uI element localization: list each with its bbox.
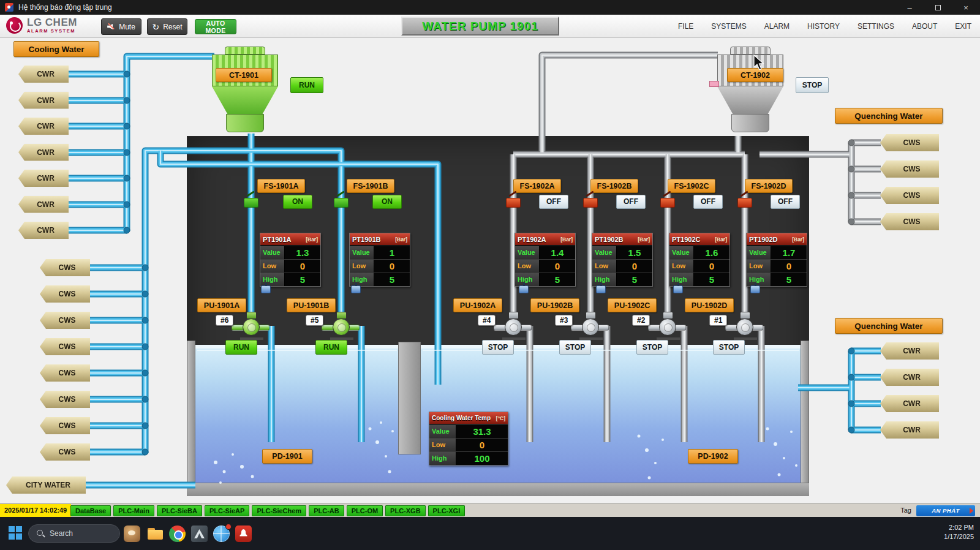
fs-1902b-state-button[interactable]: OFF	[616, 195, 646, 209]
window-title: Hệ thống báo động tập trung	[18, 3, 112, 12]
mini-valve-icon	[596, 285, 606, 293]
city-water-tag: CITY WATER	[6, 477, 86, 494]
pt1902d-value: 1.7	[771, 246, 807, 259]
pt1902c-high: 5	[694, 273, 729, 286]
basin-divider-wall	[398, 342, 421, 454]
pu-1901a-state-button[interactable]: RUN	[225, 340, 257, 355]
cws-tag: CWS	[40, 364, 90, 382]
pt1902c-value: 1.6	[694, 246, 729, 259]
paint-app-icon[interactable]	[124, 526, 140, 542]
cwr-tag: CWR	[18, 222, 69, 239]
browser-icon[interactable]	[169, 526, 186, 542]
fs-1901b-state-button[interactable]: ON	[372, 195, 402, 209]
cwr-tag: CWR	[880, 369, 939, 386]
maximize-button[interactable]	[924, 0, 952, 15]
ct1902-label: CT-1902	[727, 68, 783, 82]
reset-button[interactable]: ↻ Reset	[147, 18, 187, 35]
menu-item[interactable]: SETTINGS	[858, 22, 894, 31]
menu-item[interactable]: ALARM	[764, 22, 790, 31]
pt1902a-low: 0	[540, 260, 575, 273]
plc-status-button[interactable]: PLC-SieChem	[252, 505, 306, 516]
plc-status-button[interactable]: PLC-SieAP	[205, 505, 249, 516]
plc-status-button[interactable]: PLC-OM	[347, 505, 383, 516]
pu-1901b-state-button[interactable]: RUN	[315, 340, 347, 355]
start-button[interactable]	[9, 526, 22, 540]
pu-1902d-state-button[interactable]: STOP	[713, 340, 745, 355]
plc-status-button[interactable]: PLC-SieBA	[157, 505, 202, 516]
pump-number-badge: #4	[478, 315, 496, 326]
search-input[interactable]: Search	[28, 524, 120, 543]
globe-app-icon[interactable]	[213, 526, 230, 542]
pu-1901a-label: PU-1901A	[197, 298, 246, 312]
fs-1901a-label: FS-1901A	[257, 179, 305, 193]
clock-date: 1/17/2025	[944, 533, 974, 540]
menu-item[interactable]: ABOUT	[912, 22, 937, 31]
cws-tag: CWS	[40, 338, 90, 355]
pu-1902a-state-button[interactable]: STOP	[482, 340, 514, 355]
cwr-tag: CWR	[880, 342, 939, 360]
status-timestamp: 2025/01/17 14:02:49	[0, 504, 71, 517]
cwr-tag: CWR	[18, 196, 69, 213]
plc-status-button[interactable]: DataBase	[70, 505, 111, 516]
menu-item[interactable]: HISTORY	[807, 22, 840, 31]
auto-mode-button[interactable]: AUTO MODE	[195, 19, 236, 34]
pu-1902b-state-button[interactable]: STOP	[559, 340, 591, 355]
lg-logo-icon	[6, 17, 23, 34]
fs-1902d-state-button[interactable]: OFF	[771, 195, 800, 209]
pump-number-badge: #5	[306, 315, 323, 326]
temp-high: 100	[456, 452, 508, 465]
close-button[interactable]: ×	[952, 0, 980, 15]
quenching-water-header-bottom: Quenching Water	[835, 318, 943, 334]
fs-1902c-state-button[interactable]: OFF	[693, 195, 723, 209]
menu-item[interactable]: FILE	[678, 22, 693, 31]
pump-pu1902d: #1	[709, 311, 764, 341]
pu-1902c-label: PU-1902C	[608, 298, 657, 312]
pu-1902c-state-button[interactable]: STOP	[636, 340, 668, 355]
tia-portal-icon[interactable]	[191, 526, 208, 542]
cwr-tag-column: CWRCWRCWRCWRCWRCWRCWR	[18, 66, 69, 239]
mute-button[interactable]: Mute	[101, 18, 141, 35]
fs-1902b-valve-icon	[582, 194, 598, 208]
reset-label: Reset	[163, 23, 182, 31]
minimize-button[interactable]: –	[895, 0, 924, 15]
fs-1902b-label: FS-1902B	[590, 179, 638, 193]
basin-wall-right	[801, 341, 809, 496]
brand-name: LG CHEM	[27, 17, 77, 28]
search-icon	[36, 529, 45, 538]
maximize-icon	[935, 5, 941, 10]
fs-1902a-state-button[interactable]: OFF	[539, 195, 568, 209]
cws-tag: CWS	[40, 312, 90, 329]
pump-pu1902b: #3	[555, 311, 610, 341]
pt1901a-value: 1.3	[285, 246, 320, 259]
pt1901a-low: 0	[285, 260, 320, 273]
menu-item[interactable]: SYSTEMS	[711, 22, 746, 31]
menu-item[interactable]: EXIT	[955, 22, 971, 31]
city-water-column: CITY WATER	[6, 477, 86, 494]
mute-label: Mute	[119, 23, 135, 31]
plc-status-row: DataBasePLC-MainPLC-SieBAPLC-SieAPPLC-Si…	[70, 505, 465, 516]
plc-status-button[interactable]: PLC-XGB	[385, 505, 426, 516]
cwr-tag: CWR	[18, 170, 69, 187]
fs-1901a-state-button[interactable]: ON	[283, 195, 312, 209]
windows-taskbar: Search 2:02 PM 1/17/2025	[0, 517, 980, 550]
cooling-tower-ct1901	[204, 47, 287, 137]
pt1902b-value: 1.5	[617, 246, 652, 259]
cwr-tag: CWR	[18, 92, 69, 109]
pt1902a-value: 1.4	[540, 246, 575, 259]
page-title: WATER PUMP 1901	[401, 17, 559, 36]
plc-status-button[interactable]: PLC-XGI	[428, 505, 466, 516]
mini-valve-icon	[750, 285, 760, 293]
plc-status-button[interactable]: PLC-Main	[113, 505, 154, 516]
cooling-water-header: Cooling Water	[13, 41, 99, 57]
plc-status-button[interactable]: PLC-AB	[309, 505, 344, 516]
alarm-app-icon[interactable]	[235, 526, 252, 542]
file-explorer-icon[interactable]	[147, 526, 164, 542]
pump-pu1901b: #5	[306, 311, 361, 341]
pump-number-badge: #1	[709, 315, 727, 326]
ct1901-state-button[interactable]: RUN	[290, 77, 323, 93]
cws-tag: CWS	[40, 285, 90, 303]
ct1902-state-button[interactable]: STOP	[796, 77, 829, 93]
taskbar-clock[interactable]: 2:02 PM 1/17/2025	[944, 523, 974, 541]
pump-pu1902c: #2	[632, 311, 687, 341]
pd-1902-label: PD-1902	[688, 449, 738, 464]
